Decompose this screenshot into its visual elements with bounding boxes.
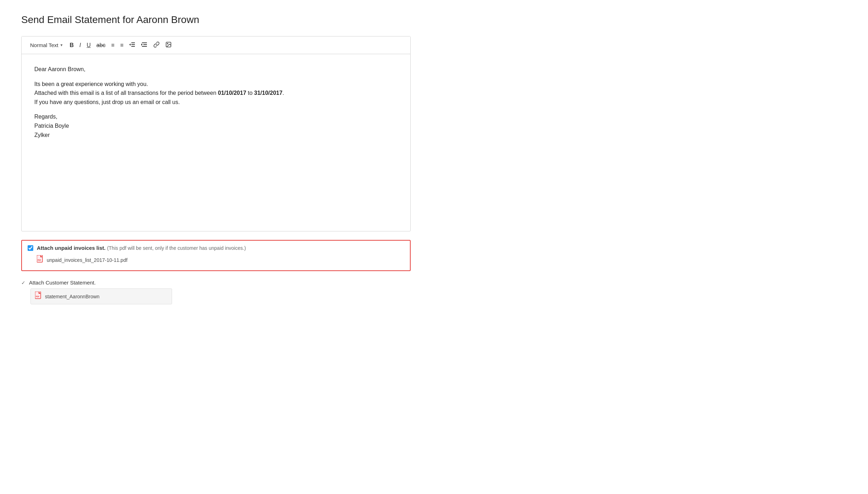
statement-file-name: statement_AaronnBrown	[45, 294, 99, 299]
svg-rect-10	[37, 255, 42, 262]
editor-toolbar: Normal Text ▼ B I U abc ≡ ≡	[22, 36, 410, 54]
indent-decrease-button[interactable]	[127, 40, 138, 50]
indent-increase-button[interactable]	[139, 40, 150, 50]
page-title: Send Email Statement for Aaronn Brown	[21, 14, 847, 25]
svg-rect-2	[131, 46, 135, 47]
pdf-icon-2: PDF	[35, 292, 42, 301]
svg-marker-3	[129, 44, 131, 46]
svg-rect-5	[143, 44, 147, 45]
bold-button[interactable]: B	[68, 41, 76, 50]
attachment-item-unpaid: Attach unpaid invoices list. (This pdf w…	[21, 240, 411, 271]
attach-statement-label: Attach Customer Statement.	[29, 280, 96, 286]
pdf-icon: PDF	[37, 255, 44, 265]
checkmark-icon: ✓	[21, 280, 25, 286]
svg-rect-1	[131, 44, 135, 45]
underline-button[interactable]: U	[85, 41, 93, 50]
attach-unpaid-checkbox[interactable]	[28, 245, 33, 251]
attachments-section: Attach unpaid invoices list. (This pdf w…	[21, 240, 411, 306]
svg-rect-12	[35, 292, 41, 299]
email-greeting: Dear Aaronn Brown,	[34, 65, 398, 74]
chevron-down-icon: ▼	[60, 43, 63, 47]
unpaid-file-box: PDF unpaid_invoices_list_2017-10-11.pdf	[37, 254, 178, 266]
svg-rect-4	[142, 42, 147, 43]
image-button[interactable]	[163, 40, 174, 50]
ordered-list-button[interactable]: ≡	[109, 41, 116, 50]
svg-rect-0	[131, 42, 135, 43]
email-editor: Normal Text ▼ B I U abc ≡ ≡	[21, 36, 411, 231]
unordered-list-button[interactable]: ≡	[118, 41, 125, 50]
unpaid-file-name: unpaid_invoices_list_2017-10-11.pdf	[47, 257, 127, 263]
email-paragraph1: Its been a great experience working with…	[34, 80, 398, 107]
email-signature: Regards, Patricia Boyle Zylker	[34, 112, 398, 139]
attachment-checkbox-row-2: ✓ Attach Customer Statement.	[21, 280, 411, 286]
text-style-label: Normal Text	[30, 42, 58, 48]
attachment-checkbox-row-1: Attach unpaid invoices list. (This pdf w…	[28, 245, 404, 251]
svg-text:PDF: PDF	[36, 295, 39, 298]
attach-unpaid-label: Attach unpaid invoices list. (This pdf w…	[37, 245, 246, 251]
text-style-dropdown[interactable]: Normal Text ▼	[27, 41, 66, 50]
attachment-item-statement: ✓ Attach Customer Statement. PDF stateme…	[21, 278, 411, 306]
strikethrough-button[interactable]: abc	[94, 41, 108, 50]
svg-marker-7	[141, 44, 143, 46]
email-body[interactable]: Dear Aaronn Brown, Its been a great expe…	[22, 54, 410, 231]
svg-text:PDF: PDF	[38, 259, 41, 261]
statement-file-box: PDF statement_AaronnBrown	[30, 288, 172, 304]
link-button[interactable]	[151, 40, 162, 50]
svg-point-9	[167, 43, 168, 44]
svg-rect-6	[142, 46, 147, 47]
italic-button[interactable]: I	[77, 41, 83, 50]
